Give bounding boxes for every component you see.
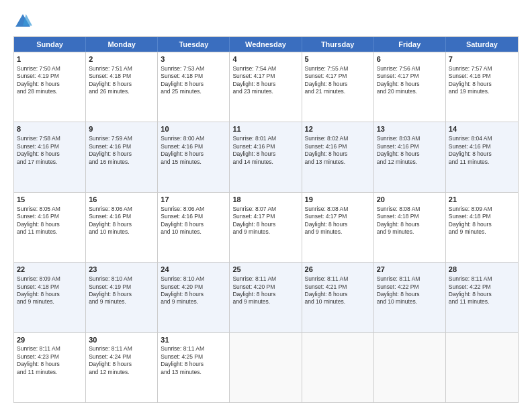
day-info-line: and 9 minutes. xyxy=(449,228,515,236)
day-info-line: Sunrise: 8:08 AM xyxy=(377,205,443,213)
day-info-line: Daylight: 8 hours xyxy=(232,81,298,88)
calendar-cell: 7Sunrise: 7:57 AMSunset: 4:16 PMDaylight… xyxy=(446,52,518,122)
day-info-line: Sunset: 4:22 PM xyxy=(377,283,443,291)
day-info-line: Sunset: 4:23 PM xyxy=(17,353,83,361)
day-info-line: Daylight: 8 hours xyxy=(232,291,298,298)
calendar-cell: 14Sunrise: 8:04 AMSunset: 4:16 PMDayligh… xyxy=(446,122,518,191)
day-info-line: Daylight: 8 hours xyxy=(89,81,154,88)
calendar-cell: 19Sunrise: 8:08 AMSunset: 4:17 PMDayligh… xyxy=(302,193,374,262)
calendar-header-cell: Friday xyxy=(374,37,446,52)
day-info-line: Sunset: 4:17 PM xyxy=(232,73,298,80)
day-info-line: Sunset: 4:17 PM xyxy=(305,73,371,80)
day-info-line: Daylight: 8 hours xyxy=(17,150,83,158)
calendar-row: 8Sunrise: 7:58 AMSunset: 4:16 PMDaylight… xyxy=(14,122,518,191)
day-info-line: Daylight: 8 hours xyxy=(232,221,298,228)
day-info-line: and 23 minutes. xyxy=(232,88,298,95)
calendar-cell: 1Sunrise: 7:50 AMSunset: 4:19 PMDaylight… xyxy=(14,52,86,122)
calendar-row: 15Sunrise: 8:05 AMSunset: 4:16 PMDayligh… xyxy=(14,192,518,262)
day-info-line: Sunset: 4:18 PM xyxy=(377,213,443,220)
day-info-line: and 9 minutes. xyxy=(232,228,298,236)
day-info-line: Sunrise: 7:55 AM xyxy=(305,65,371,73)
calendar-cell: 18Sunrise: 8:07 AMSunset: 4:17 PMDayligh… xyxy=(230,193,302,262)
day-number: 25 xyxy=(232,265,298,275)
day-info-line: Daylight: 8 hours xyxy=(161,291,226,298)
day-number: 28 xyxy=(449,265,515,275)
day-info-line: and 11 minutes. xyxy=(449,298,515,306)
day-info-line: Sunrise: 8:01 AM xyxy=(232,135,298,142)
calendar-cell: 3Sunrise: 7:53 AMSunset: 4:18 PMDaylight… xyxy=(158,52,230,122)
day-info-line: Sunrise: 8:07 AM xyxy=(232,205,298,213)
day-info-line: and 20 minutes. xyxy=(377,88,443,95)
calendar-header-cell: Thursday xyxy=(302,37,374,52)
day-info-line: Daylight: 8 hours xyxy=(89,221,154,228)
day-info-line: Sunrise: 8:06 AM xyxy=(89,205,154,213)
day-info-line: Sunrise: 8:06 AM xyxy=(161,205,226,213)
day-info-line: and 9 minutes. xyxy=(232,298,298,306)
day-info-line: Sunrise: 8:02 AM xyxy=(305,135,371,142)
day-info-line: and 10 minutes. xyxy=(89,228,154,236)
day-info-line: Daylight: 8 hours xyxy=(377,291,443,298)
day-info-line: and 13 minutes. xyxy=(161,369,226,376)
day-info-line: and 19 minutes. xyxy=(449,88,515,95)
day-info-line: and 9 minutes. xyxy=(89,298,154,306)
day-number: 1 xyxy=(17,54,83,64)
day-number: 31 xyxy=(161,335,226,345)
calendar-cell: 13Sunrise: 8:03 AMSunset: 4:16 PMDayligh… xyxy=(374,122,446,191)
day-info-line: Sunrise: 8:00 AM xyxy=(161,135,226,142)
day-info-line: Daylight: 8 hours xyxy=(449,150,515,158)
day-info-line: and 10 minutes. xyxy=(305,298,371,306)
day-info-line: Daylight: 8 hours xyxy=(449,81,515,88)
day-number: 6 xyxy=(377,54,443,64)
day-number: 13 xyxy=(377,124,443,134)
day-info-line: and 10 minutes. xyxy=(161,228,226,236)
day-info-line: Daylight: 8 hours xyxy=(89,150,154,158)
day-number: 22 xyxy=(17,265,83,275)
day-info-line: and 12 minutes. xyxy=(377,158,443,166)
calendar-row: 1Sunrise: 7:50 AMSunset: 4:19 PMDaylight… xyxy=(14,52,518,122)
day-info-line: Sunrise: 8:11 AM xyxy=(377,275,443,283)
calendar-header-cell: Saturday xyxy=(446,37,518,52)
day-info-line: Sunrise: 8:11 AM xyxy=(89,345,154,353)
day-number: 8 xyxy=(17,124,83,134)
day-info-line: Sunset: 4:16 PM xyxy=(449,143,515,150)
calendar-cell: 25Sunrise: 8:11 AMSunset: 4:20 PMDayligh… xyxy=(230,263,302,332)
day-info-line: Sunset: 4:16 PM xyxy=(232,143,298,150)
calendar-cell: 27Sunrise: 8:11 AMSunset: 4:22 PMDayligh… xyxy=(374,263,446,332)
calendar-cell: 29Sunrise: 8:11 AMSunset: 4:23 PMDayligh… xyxy=(14,333,86,402)
day-info-line: Sunset: 4:18 PM xyxy=(89,73,154,80)
day-number: 7 xyxy=(449,54,515,64)
day-info-line: Sunset: 4:16 PM xyxy=(449,73,515,80)
calendar-cell xyxy=(446,333,518,402)
day-info-line: Daylight: 8 hours xyxy=(305,81,371,88)
day-info-line: Daylight: 8 hours xyxy=(161,150,226,158)
calendar-cell: 5Sunrise: 7:55 AMSunset: 4:17 PMDaylight… xyxy=(302,52,374,122)
calendar-cell: 26Sunrise: 8:11 AMSunset: 4:21 PMDayligh… xyxy=(302,263,374,332)
day-info-line: Sunset: 4:19 PM xyxy=(17,73,83,80)
calendar-cell: 23Sunrise: 8:10 AMSunset: 4:19 PMDayligh… xyxy=(86,263,158,332)
calendar-header-cell: Sunday xyxy=(14,37,86,52)
day-info-line: Sunrise: 7:56 AM xyxy=(377,65,443,73)
day-info-line: and 14 minutes. xyxy=(232,158,298,166)
day-info-line: and 11 minutes. xyxy=(17,228,83,236)
day-info-line: Daylight: 8 hours xyxy=(89,361,154,368)
day-info-line: Sunrise: 7:54 AM xyxy=(232,65,298,73)
day-info-line: Sunset: 4:16 PM xyxy=(161,213,226,220)
day-info-line: Sunrise: 8:11 AM xyxy=(449,275,515,283)
day-info-line: Sunset: 4:22 PM xyxy=(449,283,515,291)
day-info-line: Sunset: 4:18 PM xyxy=(449,213,515,220)
calendar-cell xyxy=(374,333,446,402)
day-info-line: and 28 minutes. xyxy=(17,88,83,95)
day-number: 26 xyxy=(305,265,371,275)
day-info-line: Sunrise: 8:09 AM xyxy=(449,205,515,213)
day-number: 30 xyxy=(89,335,154,345)
day-info-line: Sunrise: 8:11 AM xyxy=(17,345,83,353)
day-number: 11 xyxy=(232,124,298,134)
calendar-cell: 17Sunrise: 8:06 AMSunset: 4:16 PMDayligh… xyxy=(158,193,230,262)
day-info-line: Sunset: 4:21 PM xyxy=(305,283,371,291)
calendar-cell: 22Sunrise: 8:09 AMSunset: 4:18 PMDayligh… xyxy=(14,263,86,332)
calendar-cell: 11Sunrise: 8:01 AMSunset: 4:16 PMDayligh… xyxy=(230,122,302,191)
day-number: 5 xyxy=(305,54,371,64)
day-info-line: Sunset: 4:19 PM xyxy=(89,283,154,291)
header xyxy=(13,12,519,31)
day-number: 10 xyxy=(161,124,226,134)
